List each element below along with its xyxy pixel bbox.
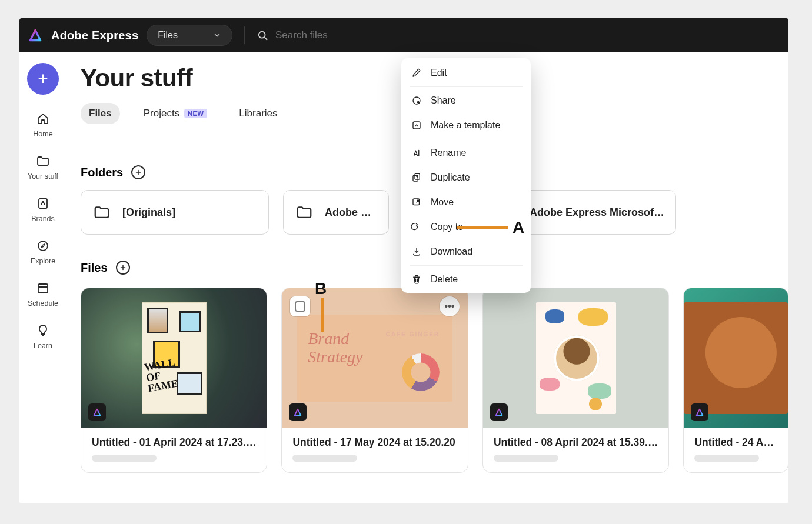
share-icon — [411, 95, 422, 106]
svg-point-8 — [416, 124, 417, 125]
file-title: Untitled - 01 April 2024 at 17.23.30 — [92, 436, 256, 449]
menu-item-label: Edit — [431, 68, 447, 78]
duplicate-icon — [411, 172, 422, 183]
scope-selector-label: Files — [158, 30, 178, 41]
menu-item-move[interactable]: Move — [401, 190, 531, 215]
thumbnail-text: BrandStrategy — [308, 330, 362, 366]
sidebar: + Home Your stuff Brands — [19, 52, 66, 503]
folder-name: [Originals] — [122, 206, 175, 219]
sidebar-item-label: Home — [33, 130, 52, 138]
more-options-button[interactable]: ••• — [440, 296, 460, 316]
file-card[interactable]: WALLOFFAME Untitled - 01 April 2024 at 1… — [81, 288, 267, 473]
menu-item-download[interactable]: Download — [401, 239, 531, 264]
tab-label: Files — [89, 108, 112, 119]
new-button[interactable]: + — [27, 63, 59, 95]
sidebar-item-your-stuff[interactable]: Your stuff — [22, 149, 64, 185]
rename-icon — [411, 147, 422, 159]
search — [257, 29, 417, 41]
section-title: Files — [81, 261, 108, 275]
menu-item-label: Share — [431, 95, 456, 106]
copy-to-icon — [411, 221, 422, 233]
home-icon — [35, 111, 51, 126]
sidebar-item-schedule[interactable]: Schedule — [22, 276, 64, 312]
sidebar-item-learn[interactable]: Learn — [22, 318, 64, 355]
annotation-label-b: B — [315, 279, 327, 298]
download-icon — [411, 246, 422, 258]
svg-rect-1 — [39, 199, 47, 208]
menu-item-label: Make a template — [431, 120, 500, 131]
file-thumbnail: WALLOFFAME — [81, 288, 267, 428]
add-file-button[interactable] — [116, 261, 130, 275]
folder-card[interactable]: [Originals] — [81, 190, 269, 235]
file-title: Untitled - 17 May 2024 at 15.20.20 — [292, 436, 457, 449]
file-subtitle-skeleton — [494, 455, 558, 462]
more-horizontal-icon: ••• — [445, 301, 455, 312]
adobe-express-badge-icon — [88, 403, 106, 421]
sidebar-item-label: Learn — [34, 342, 52, 350]
add-folder-button[interactable] — [131, 165, 145, 179]
tab-libraries[interactable]: Libraries — [231, 103, 285, 124]
annotation-label-a: A — [513, 218, 524, 237]
search-input[interactable] — [275, 29, 417, 41]
donut-chart-icon — [402, 353, 440, 391]
file-thumbnail — [483, 288, 668, 428]
menu-item-share[interactable]: Share — [401, 88, 531, 113]
menu-item-edit[interactable]: Edit — [401, 61, 531, 85]
file-thumbnail: BrandStrategy CAFE GINGER ••• — [282, 288, 467, 428]
lightbulb-icon — [35, 323, 51, 338]
adobe-express-logo-icon — [28, 28, 43, 43]
svg-point-2 — [42, 201, 44, 202]
file-subtitle-skeleton — [694, 455, 759, 462]
folder-icon — [294, 203, 314, 221]
menu-item-rename[interactable]: Rename — [401, 141, 531, 165]
svg-point-6 — [417, 101, 419, 103]
folder-name: Adobe Express Microsoft E... — [530, 206, 665, 219]
section-title: Folders — [81, 166, 123, 179]
sidebar-item-home[interactable]: Home — [22, 106, 64, 143]
folder-icon — [92, 203, 112, 221]
file-card[interactable]: Untitled - 08 April 2024 at 15.39.13 — [482, 288, 669, 473]
tab-projects[interactable]: Projects NEW — [135, 103, 216, 124]
new-badge: NEW — [184, 109, 207, 118]
select-checkbox[interactable] — [290, 296, 310, 316]
adobe-express-badge-icon — [691, 403, 708, 421]
template-icon — [411, 119, 422, 131]
file-thumbnail — [684, 288, 788, 428]
sidebar-item-brands[interactable]: Brands — [22, 191, 64, 228]
plus-icon — [135, 169, 142, 176]
tab-label: Libraries — [239, 108, 277, 119]
move-icon — [411, 196, 422, 208]
file-title: Untitled - 08 April 2024 at 15.39.13 — [494, 436, 658, 449]
app-frame: Adobe Express Files + Home — [19, 18, 788, 503]
sidebar-item-label: Schedule — [28, 299, 58, 308]
thumbnail-text: CAFE GINGER — [386, 331, 440, 338]
sidebar-item-label: Brands — [31, 215, 55, 223]
top-bar: Adobe Express Files — [19, 18, 788, 52]
file-subtitle-skeleton — [92, 455, 157, 462]
menu-item-make-template[interactable]: Make a template — [401, 113, 531, 138]
adobe-express-badge-icon — [490, 403, 508, 421]
menu-item-duplicate[interactable]: Duplicate — [401, 165, 531, 190]
file-card[interactable]: Untitled - 24 April 2 — [683, 288, 788, 473]
sidebar-item-explore[interactable]: Explore — [22, 233, 64, 270]
tab-files[interactable]: Files — [81, 103, 120, 124]
brand-icon — [35, 196, 51, 211]
pencil-icon — [411, 67, 422, 79]
menu-separator — [410, 86, 523, 87]
calendar-icon — [35, 281, 51, 296]
folder-name: Adobe Expre — [325, 206, 378, 219]
plus-icon — [119, 264, 127, 271]
menu-separator — [410, 265, 523, 266]
menu-item-label: Delete — [431, 274, 458, 285]
tab-label: Projects — [144, 108, 179, 119]
menu-separator — [410, 139, 523, 139]
scope-selector[interactable]: Files — [147, 25, 232, 46]
brand-title: Adobe Express — [51, 29, 138, 42]
chevron-down-icon — [213, 31, 221, 39]
divider — [244, 26, 245, 44]
folder-card[interactable]: Adobe Expre — [283, 190, 389, 235]
menu-item-label: Move — [431, 197, 454, 208]
file-card[interactable]: BrandStrategy CAFE GINGER ••• — [281, 288, 468, 473]
menu-item-label: Rename — [431, 148, 466, 158]
menu-item-delete[interactable]: Delete — [401, 267, 531, 292]
